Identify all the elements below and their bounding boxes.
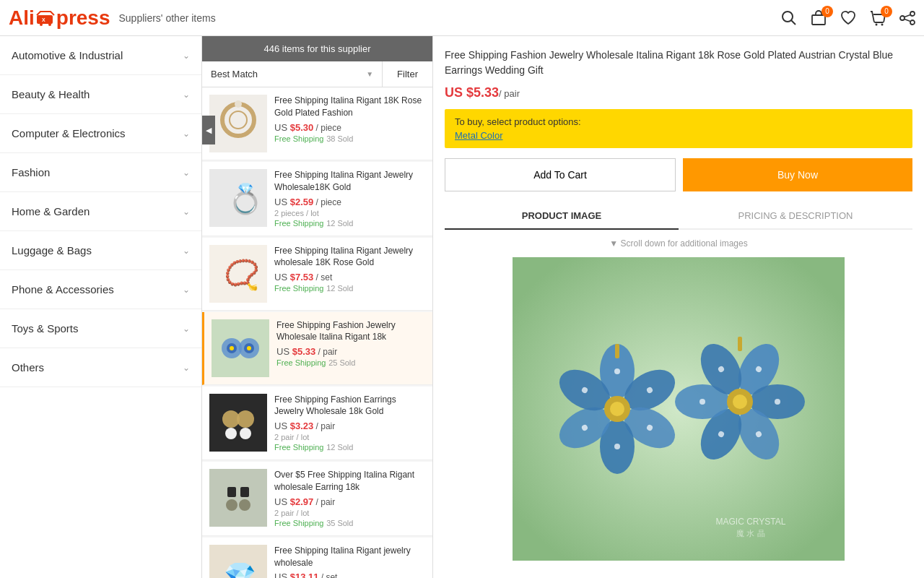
metal-color-link[interactable]: Metal Color [455, 130, 902, 141]
detail-price: US $5.33/ pair [445, 85, 912, 100]
cart2-button[interactable]: 0 [869, 10, 886, 26]
product-title: Free Shipping Italina Rigant Jewelry Who… [274, 169, 425, 194]
tab-product-image[interactable]: PRODUCT IMAGE [445, 203, 679, 230]
list-item[interactable]: 📿 Free Shipping Italina Rigant Jewelry w… [202, 238, 432, 311]
sidebar: Automotive & Industrial ⌄ Beauty & Healt… [0, 36, 202, 578]
product-shipping: Free Shipping 35 Sold [274, 517, 425, 528]
svg-point-69 [699, 399, 705, 405]
list-item[interactable]: Free Shipping Fashion Jewelry Wholesale … [202, 312, 432, 385]
cart-button[interactable]: 0 [810, 10, 827, 26]
sold-count: 38 Sold [326, 134, 353, 143]
sort-dropdown[interactable]: Best Match ▼ [202, 61, 383, 87]
svg-line-12 [905, 14, 910, 17]
chevron-down-icon: ⌄ [183, 129, 190, 139]
price-unit: / pair [313, 421, 335, 431]
wishlist-button[interactable] [840, 10, 856, 26]
svg-rect-56 [615, 344, 619, 358]
filter-label: Filter [397, 69, 418, 79]
product-price: US $2.97 / pair [274, 496, 425, 507]
sidebar-item-fashion[interactable]: Fashion ⌄ [0, 153, 201, 192]
sidebar-item-computer[interactable]: Computer & Electronics ⌄ [0, 114, 201, 153]
list-item[interactable]: Free Shipping Italina Rigant 18K Rose Go… [202, 87, 432, 160]
currency: US [274, 197, 290, 207]
sidebar-item-others[interactable]: Others ⌄ [0, 348, 201, 387]
sidebar-item-beauty[interactable]: Beauty & Health ⌄ [0, 75, 201, 114]
currency: US [274, 122, 290, 133]
svg-point-9 [910, 12, 915, 16]
cart-badge: 0 [821, 6, 833, 17]
list-item[interactable]: 💍 Free Shipping Italina Rigant Jewelry W… [202, 162, 432, 236]
share-button[interactable] [899, 10, 915, 26]
buy-now-button[interactable]: Buy Now [683, 158, 912, 191]
sidebar-item-label: Luggage & Bags [12, 244, 92, 256]
filter-button[interactable]: Filter [383, 61, 432, 87]
product-price: US $2.59 / piece [274, 197, 425, 207]
product-info: Free Shipping Italina Rigant Jewelry Who… [274, 169, 425, 228]
add-to-cart-button[interactable]: Add To Cart [445, 158, 676, 191]
currency: US [274, 571, 290, 578]
ring-thumbnail-image [209, 95, 267, 152]
product-info: Free Shipping Italina Rigant 18K Rose Go… [274, 95, 425, 152]
product-image-svg: MAGIC CRYSTAL 魔 水 晶 [513, 257, 845, 561]
svg-point-31 [225, 428, 237, 439]
collapse-sidebar-button[interactable]: ◀ [202, 116, 215, 144]
product-options-bar: To buy, select product options: Metal Co… [445, 109, 912, 148]
currency: US [274, 272, 290, 282]
product-list-panel: 446 items for this supplier Best Match ▼… [202, 36, 433, 578]
list-item[interactable]: 💎 Free Shipping Italina Rigant jewelry w… [202, 538, 432, 578]
items-count-header: 446 items for this supplier [202, 36, 432, 61]
chevron-down-icon: ⌄ [183, 285, 190, 295]
product-info: Free Shipping Italina Rigant jewelry who… [274, 545, 425, 578]
sidebar-item-toys[interactable]: Toys & Sports ⌄ [0, 309, 201, 348]
product-info: Over $5 Free Shipping Italina Rigant who… [274, 469, 425, 528]
product-meta: 2 pair / lot [274, 433, 425, 441]
product-thumbnail [209, 95, 267, 152]
price-value: $5.30 [290, 122, 314, 133]
tab-pricing-description[interactable]: PRICING & DESCRIPTION [679, 203, 912, 228]
price-value: $5.33 [292, 346, 316, 357]
svg-point-64 [733, 394, 747, 409]
product-info: Free Shipping Italina Rigant Jewelry who… [274, 245, 425, 303]
product-shipping: Free Shipping 12 Sold [274, 217, 425, 228]
heart-icon [840, 10, 856, 26]
product-thumbnail: 💎 [209, 545, 267, 578]
product-shipping: Free Shipping 38 Sold [274, 133, 425, 144]
sort-arrow-icon: ▼ [366, 70, 373, 78]
svg-point-37 [226, 499, 237, 511]
svg-line-5 [791, 20, 796, 25]
chevron-down-icon: ⌄ [183, 207, 190, 217]
svg-point-38 [239, 499, 250, 511]
svg-text:💎: 💎 [224, 560, 256, 578]
sold-count: 35 Sold [326, 519, 353, 527]
search-button[interactable] [781, 10, 797, 26]
free-shipping-label: Free Shipping [274, 284, 324, 293]
svg-rect-71 [738, 337, 742, 351]
sidebar-item-home[interactable]: Home & Garden ⌄ [0, 192, 201, 231]
price-value: $13.11 [290, 571, 319, 578]
list-item[interactable]: Over $5 Free Shipping Italina Rigant who… [202, 462, 432, 536]
necklace-thumbnail-image: 📿 [209, 245, 267, 303]
blue-earring-thumbnail-image [212, 319, 269, 377]
product-price: US $7.53 / set [274, 272, 425, 282]
sidebar-item-luggage[interactable]: Luggage & Bags ⌄ [0, 231, 201, 270]
price-unit: / piece [313, 123, 341, 133]
product-detail-title: Free Shipping Fashion Jewelry Wholesale … [445, 48, 912, 78]
logo-ali: Ali [9, 7, 35, 30]
sort-bar: Best Match ▼ Filter [202, 61, 432, 87]
svg-point-4 [783, 12, 793, 22]
necklace2-thumbnail-image: 💎 [209, 545, 267, 578]
supplier-text: Suppliers' other items [119, 12, 782, 24]
sidebar-item-automotive[interactable]: Automotive & Industrial ⌄ [0, 36, 201, 75]
sidebar-item-label: Toys & Sports [12, 322, 79, 335]
chevron-down-icon: ⌄ [183, 363, 190, 373]
sidebar-item-label: Computer & Electronics [12, 127, 126, 139]
sold-count: 12 Sold [326, 284, 353, 293]
product-image-area: MAGIC CRYSTAL 魔 水 晶 [445, 257, 912, 561]
price-value: $2.97 [290, 496, 314, 507]
list-item[interactable]: Free Shipping Fashion Earrings Jewelry W… [202, 387, 432, 461]
currency: US [274, 496, 290, 507]
sort-label: Best Match [211, 69, 258, 79]
chevron-down-icon: ⌄ [183, 168, 190, 178]
sidebar-item-phone[interactable]: Phone & Accessories ⌄ [0, 270, 201, 309]
svg-point-17 [235, 100, 242, 108]
